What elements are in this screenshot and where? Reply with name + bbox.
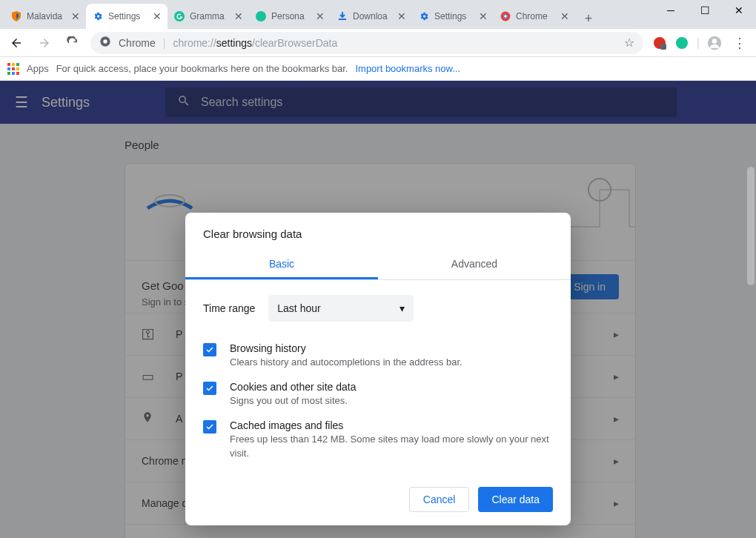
chevron-down-icon: ▾ [399, 302, 405, 314]
close-icon[interactable]: ✕ [560, 10, 569, 22]
grammarly-icon [173, 10, 185, 22]
svg-point-4 [504, 15, 507, 18]
window-controls: ─ ☐ ✕ [654, 0, 756, 29]
close-icon[interactable]: ✕ [479, 10, 488, 22]
profile-avatar-icon[interactable] [707, 36, 722, 50]
cancel-button[interactable]: Cancel [409, 487, 470, 512]
tab-malavida[interactable]: Malavida ✕ [4, 4, 86, 29]
checkbox-sub: Clears history and autocompletions in th… [230, 356, 462, 369]
svg-rect-12 [7, 63, 10, 66]
checkbox-sub: Signs you out of most sites. [230, 394, 356, 408]
tab-label: Settings [108, 11, 148, 21]
svg-point-9 [676, 37, 688, 49]
svg-point-6 [103, 39, 107, 43]
bookmark-hint: For quick access, place your bookmarks h… [56, 63, 348, 74]
time-range-label: Time range [203, 302, 255, 314]
svg-point-0 [174, 11, 185, 21]
green-circle-icon [255, 10, 267, 22]
checkbox-cached: Cached images and files Frees up less th… [185, 414, 571, 465]
svg-point-1 [256, 11, 266, 21]
tab-settings[interactable]: Settings ✕ [86, 4, 168, 29]
close-icon[interactable]: ✕ [153, 10, 162, 22]
bookmarks-bar: Apps For quick access, place your bookma… [0, 57, 756, 81]
svg-rect-18 [7, 72, 10, 75]
tab-grammarly[interactable]: Gramma ✕ [168, 4, 249, 29]
toolbar: Chrome | chrome://settings/clearBrowserD… [0, 29, 756, 57]
extensions: | ⋮ [652, 33, 750, 53]
scrollbar-thumb[interactable] [747, 167, 755, 285]
svg-rect-20 [16, 72, 19, 75]
tab-label: Persona [271, 11, 311, 21]
tab-downloads[interactable]: Downloa ✕ [331, 4, 412, 29]
close-icon[interactable]: ✕ [71, 10, 80, 22]
checkbox-title: Cookies and other site data [230, 381, 356, 393]
shield-icon [10, 10, 22, 22]
close-icon[interactable]: ✕ [316, 10, 325, 22]
apps-icon[interactable] [7, 63, 19, 75]
close-icon[interactable]: ✕ [234, 10, 243, 22]
tab-advanced[interactable]: Advanced [378, 250, 571, 279]
gear-icon [418, 10, 430, 22]
reload-button[interactable] [62, 33, 83, 53]
close-window-button[interactable]: ✕ [722, 0, 756, 21]
checkbox-browsing-history: Browsing history Clears history and auto… [185, 336, 571, 375]
checkbox[interactable] [203, 343, 216, 356]
origin-label: Chrome [119, 37, 156, 49]
tab-label: Settings [434, 11, 474, 21]
tab-settings-2[interactable]: Settings ✕ [412, 4, 494, 29]
checkbox-cookies: Cookies and other site data Signs you ou… [185, 375, 571, 414]
url-text: chrome://settings/clearBrowserData [173, 37, 337, 49]
svg-rect-19 [12, 72, 15, 75]
checkbox[interactable] [203, 420, 216, 434]
tab-strip: Malavida ✕ Settings ✕ Gramma ✕ Persona ✕… [0, 0, 654, 29]
apps-label[interactable]: Apps [27, 63, 49, 74]
checkbox-sub: Frees up less than 142 MB. Some sites ma… [230, 433, 553, 459]
forward-button[interactable] [34, 33, 55, 53]
dialog-actions: Cancel Clear data [185, 466, 571, 512]
tab-chrome[interactable]: Chrome ✕ [494, 4, 575, 29]
translate-ext-icon[interactable] [652, 36, 667, 50]
import-bookmarks-link[interactable]: Import bookmarks now... [355, 63, 460, 74]
new-tab-button[interactable]: + [578, 8, 599, 29]
grammarly-ext-icon[interactable] [674, 36, 689, 50]
svg-point-11 [712, 39, 717, 44]
bookmark-star-icon[interactable]: ☆ [624, 36, 634, 50]
time-range-row: Time range Last hour ▾ [185, 280, 571, 336]
address-bar[interactable]: Chrome | chrome://settings/clearBrowserD… [90, 32, 643, 54]
separator: | [697, 36, 700, 50]
kebab-menu-icon[interactable]: ⋮ [729, 33, 750, 53]
content-area: ☰ Settings Search settings People Get Go… [0, 81, 756, 538]
svg-rect-15 [7, 67, 10, 70]
chrome-origin-icon [99, 36, 111, 50]
svg-rect-8 [660, 44, 666, 50]
clear-data-button[interactable]: Clear data [478, 487, 553, 512]
svg-rect-16 [12, 67, 15, 70]
minimize-button[interactable]: ─ [654, 0, 688, 21]
tab-label: Chrome [516, 11, 556, 21]
download-icon [336, 10, 348, 22]
svg-rect-17 [16, 67, 19, 70]
back-button[interactable] [6, 33, 27, 53]
tab-label: Gramma [190, 11, 230, 21]
svg-rect-13 [12, 63, 15, 66]
close-icon[interactable]: ✕ [397, 10, 406, 22]
dialog-title: Clear browsing data [185, 213, 571, 250]
checkbox[interactable] [203, 382, 216, 395]
checkbox-title: Cached images and files [230, 419, 553, 431]
tab-label: Malavida [27, 11, 67, 21]
dialog-tabs: Basic Advanced [185, 250, 571, 280]
clear-browsing-data-dialog: Clear browsing data Basic Advanced Time … [185, 213, 571, 525]
tab-label: Downloa [353, 11, 393, 21]
time-range-value: Last hour [277, 302, 320, 314]
divider: | [163, 37, 166, 49]
maximize-button[interactable]: ☐ [688, 0, 722, 21]
tab-personal[interactable]: Persona ✕ [249, 4, 331, 29]
window-titlebar: Malavida ✕ Settings ✕ Gramma ✕ Persona ✕… [0, 0, 756, 29]
time-range-select[interactable]: Last hour ▾ [268, 295, 414, 322]
checkbox-title: Browsing history [230, 342, 462, 354]
chrome-icon [500, 10, 511, 22]
tab-basic[interactable]: Basic [185, 250, 378, 279]
gear-icon [92, 10, 104, 22]
svg-rect-14 [16, 63, 19, 66]
